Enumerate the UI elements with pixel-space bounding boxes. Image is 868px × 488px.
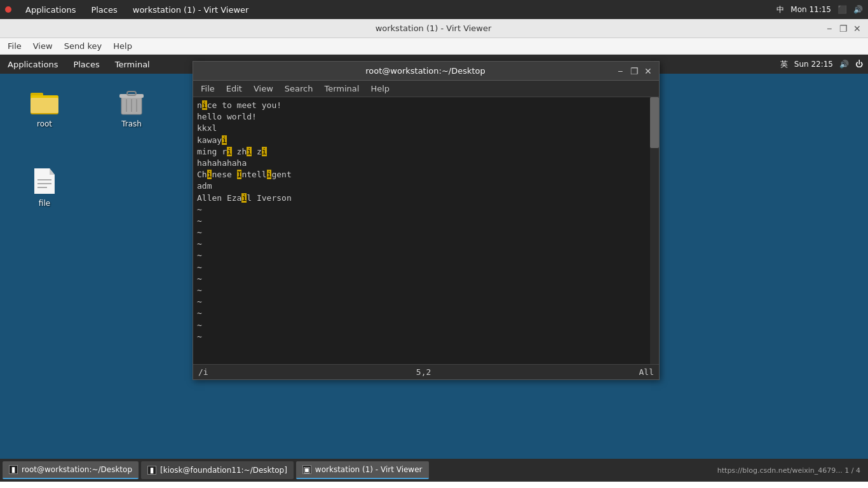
virt-sendkey-menu[interactable]: Send key <box>59 40 107 52</box>
outer-applications-menu[interactable]: Applications <box>23 4 78 16</box>
taskbar-item-virtviewer[interactable]: ▣ workstation (1) - Virt Viewer <box>296 461 429 479</box>
terminal-help-menu[interactable]: Help <box>365 83 395 95</box>
term-line-20: ~ <box>197 331 645 342</box>
term-line-15: ~ <box>197 273 645 285</box>
virt-viewer-menubar: File View Send key Help <box>0 38 868 55</box>
virtviewer-icon: ▣ <box>302 465 311 474</box>
outer-window-title: workstation (1) - Virt Viewer <box>130 4 252 16</box>
virt-view-menu[interactable]: View <box>28 40 58 52</box>
red-dot-icon <box>5 6 11 13</box>
term-line-1: hello world! <box>197 111 645 123</box>
terminal1-icon: ▮ <box>9 465 18 474</box>
trash-icon <box>116 86 147 117</box>
taskbar-left: ▮ root@workstation:~/Desktop ▮ [kiosk@fo… <box>3 461 429 479</box>
term-line-14: ~ <box>197 262 645 273</box>
taskbar-right: https://blog.csdn.net/weixin_4679... 1 /… <box>717 466 865 475</box>
svg-marker-12 <box>50 168 55 175</box>
outer-volume-icon: 🔊 <box>853 5 863 14</box>
terminal-file-menu[interactable]: File <box>196 83 220 95</box>
virt-viewer-title: workstation (1) - Virt Viewer <box>43 24 824 33</box>
taskbar-item-terminal1-label: root@workstation:~/Desktop <box>22 465 132 474</box>
highlight-0: i <box>202 100 207 110</box>
term-line-2: kkxl <box>197 123 645 134</box>
desktop-icon-trash[interactable]: Trash <box>106 86 157 128</box>
trash-icon-label: Trash <box>121 119 142 128</box>
terminal2-icon: ▮ <box>147 466 156 475</box>
inner-clock: Sun 22:15 <box>794 60 833 69</box>
virt-file-menu[interactable]: File <box>3 40 27 52</box>
inner-terminal-menu[interactable]: Terminal <box>112 58 153 71</box>
terminal-close-button[interactable]: ✕ <box>642 65 654 77</box>
inner-topbar-right: 英 Sun 22:15 🔊 ⏻ <box>780 59 863 70</box>
term-line-16: ~ <box>197 285 645 296</box>
term-line-4: ming ri zhi zi <box>197 146 645 158</box>
terminal-window: root@workstation:~/Desktop − ❐ ✕ File Ed… <box>193 61 660 380</box>
inner-desktop: Applications Places Terminal 英 Sun 22:15… <box>0 55 868 482</box>
virt-close-button[interactable]: ✕ <box>851 23 863 34</box>
inner-ime-indicator[interactable]: 英 <box>780 59 788 70</box>
highlight-4c: i <box>262 147 267 156</box>
terminal-scrollbar-thumb[interactable] <box>650 97 659 148</box>
outer-places-menu[interactable]: Places <box>88 4 119 16</box>
highlight-8: i <box>241 193 247 203</box>
inner-places-menu[interactable]: Places <box>71 58 102 71</box>
terminal-scrollbar[interactable] <box>650 97 659 364</box>
terminal-minimize-button[interactable]: − <box>614 65 626 77</box>
highlight-4b: i <box>247 147 252 156</box>
outer-ime-indicator[interactable]: 中 <box>776 4 784 15</box>
terminal-restore-button[interactable]: ❐ <box>628 65 640 77</box>
virt-restore-button[interactable]: ❐ <box>837 23 849 34</box>
term-line-12: ~ <box>197 238 645 250</box>
terminal-content: nice to meet you! hello world! kkxl kawa… <box>193 97 659 364</box>
document-icon <box>29 166 60 196</box>
terminal-search-menu[interactable]: Search <box>280 83 318 95</box>
folder-icon <box>29 86 60 117</box>
terminal-statusbar: /i 5,2 All <box>193 364 659 379</box>
outer-topbar: Applications Places workstation (1) - Vi… <box>0 0 868 19</box>
terminal-controls: − ❐ ✕ <box>614 65 654 77</box>
taskbar-item-terminal2-label: [kiosk@foundation11:~/Desktop] <box>160 466 287 475</box>
term-line-9: ~ <box>197 204 645 215</box>
terminal-view-menu[interactable]: View <box>248 83 278 95</box>
term-line-13: ~ <box>197 250 645 261</box>
term-line-3: kawayi <box>197 135 645 146</box>
svg-rect-3 <box>31 98 58 113</box>
outer-clock: Mon 11:15 <box>790 5 831 14</box>
inner-power-icon: ⏻ <box>855 60 863 69</box>
terminal-edit-menu[interactable]: Edit <box>221 83 247 95</box>
terminal-scroll-position: All <box>639 367 654 377</box>
terminal-title-text: root@workstation:~/Desktop <box>236 66 614 76</box>
term-line-17: ~ <box>197 296 645 308</box>
highlight-4a: i <box>227 147 232 156</box>
term-line-6: Chinese Intelligent <box>197 169 645 180</box>
term-line-8: Allen Ezail Iverson <box>197 193 645 204</box>
virt-minimize-button[interactable]: − <box>824 23 835 34</box>
taskbar-url: https://blog.csdn.net/weixin_4679... <box>717 466 843 475</box>
root-icon-label: root <box>37 119 52 128</box>
highlight-6c: i <box>267 170 272 179</box>
svg-rect-7 <box>127 92 136 95</box>
outer-topbar-left: Applications Places workstation (1) - Vi… <box>5 4 251 16</box>
term-line-10: ~ <box>197 215 645 227</box>
taskbar-page-indicator: 1 / 4 <box>844 466 860 475</box>
highlight-3: i <box>222 135 227 145</box>
file-icon-label: file <box>39 199 50 208</box>
desktop-icon-file[interactable]: file <box>19 166 70 208</box>
virt-help-menu[interactable]: Help <box>108 40 137 52</box>
outer-topbar-right: 中 Mon 11:15 ⬛ 🔊 <box>776 4 863 15</box>
highlight-6a: i <box>207 170 212 179</box>
taskbar-item-terminal2[interactable]: ▮ [kiosk@foundation11:~/Desktop] <box>141 461 294 479</box>
taskbar-item-terminal1[interactable]: ▮ root@workstation:~/Desktop <box>3 461 139 479</box>
terminal-terminal-menu[interactable]: Terminal <box>319 83 364 95</box>
terminal-menubar: File Edit View Search Terminal Help <box>193 81 659 97</box>
term-line-0: nice to meet you! <box>197 100 645 111</box>
virt-viewer-controls: − ❐ ✕ <box>824 23 863 34</box>
taskbar-item-virtviewer-label: workstation (1) - Virt Viewer <box>315 465 423 474</box>
term-line-5: hahahahaha <box>197 158 645 169</box>
virt-viewer-titlebar: workstation (1) - Virt Viewer − ❐ ✕ <box>0 19 868 38</box>
inner-applications-menu[interactable]: Applications <box>5 58 60 71</box>
term-line-18: ~ <box>197 308 645 319</box>
inner-topbar-left: Applications Places Terminal <box>5 58 153 71</box>
desktop-icon-root[interactable]: root <box>19 86 70 128</box>
inner-volume-icon: 🔊 <box>839 60 849 69</box>
